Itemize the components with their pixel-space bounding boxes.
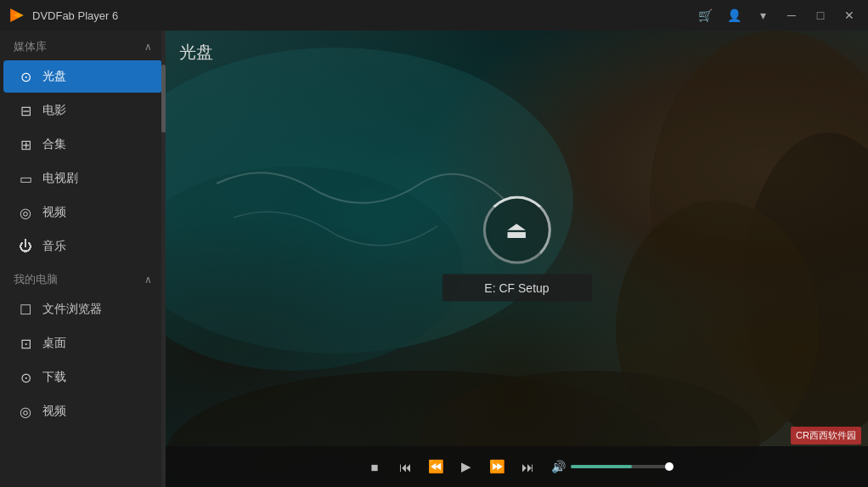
sidebar-item-desktop[interactable]: ⊡ 桌面 [3,327,162,360]
sidebar-item-filebrowser[interactable]: ☐ 文件浏览器 [3,293,162,326]
sidebar-item-tvshow[interactable]: ▭ 电视剧 [3,162,162,195]
sidebar-label-movie: 电影 [42,103,66,118]
media-library-chevron-icon: ∧ [144,41,152,53]
filebrowser-icon: ☐ [17,301,34,318]
sidebar-item-collection[interactable]: ⊞ 合集 [3,128,162,161]
volume-thumb [665,462,674,471]
fast-forward-button[interactable]: ⏩ [483,453,510,480]
media-library-header[interactable]: 媒体库 ∧ [0,31,166,59]
volume-fill [571,465,632,468]
rewind-icon: ⏪ [428,459,444,474]
app-logo-icon [7,6,25,25]
prev-track-button[interactable]: ⏮ [392,453,419,480]
fast-forward-icon: ⏩ [489,459,505,474]
play-icon: ▶ [461,459,471,474]
volume-slider[interactable] [571,465,673,468]
volume-control: 🔊 [551,460,673,473]
sidebar-item-video2[interactable]: ◎ 视频 [3,395,162,428]
sidebar-item-movie[interactable]: ⊟ 电影 [3,94,162,127]
desktop-icon: ⊡ [17,335,34,352]
video-icon: ◎ [17,204,34,221]
disc-eject-area: ⏏ E: CF Setup [442,195,591,301]
next-track-button[interactable]: ⏭ [514,453,541,480]
download-icon: ⊙ [17,369,34,386]
play-button[interactable]: ▶ [453,453,480,480]
page-title: 光盘 [179,41,213,64]
my-computer-header[interactable]: 我的电脑 ∧ [0,263,166,292]
stop-icon: ■ [370,460,378,474]
sidebar-label-video2: 视频 [42,404,66,419]
sidebar-label-video: 视频 [42,205,66,220]
sidebar-label-download: 下载 [42,370,66,385]
disc-icon: ⊙ [17,68,34,85]
media-library-label: 媒体库 [14,39,47,54]
main-layout: 媒体库 ∧ ⊙ 光盘 ⊟ 电影 ⊞ 合集 ▭ 电视剧 ◎ 视频 ⏻ 音乐 我的 [0,31,868,487]
app-title: DVDFab Player 6 [32,9,118,22]
sidebar-label-filebrowser: 文件浏览器 [42,302,102,317]
eject-icon: ⏏ [505,218,527,241]
sidebar-item-download[interactable]: ⊙ 下载 [3,361,162,394]
movie-icon: ⊟ [17,102,34,119]
sidebar: 媒体库 ∧ ⊙ 光盘 ⊟ 电影 ⊞ 合集 ▭ 电视剧 ◎ 视频 ⏻ 音乐 我的 [0,31,166,487]
sidebar-item-music[interactable]: ⏻ 音乐 [3,230,162,263]
rewind-button[interactable]: ⏪ [422,453,449,480]
title-bar-controls: 🛒 👤 ▾ ─ □ ✕ [693,6,861,25]
close-button[interactable]: ✕ [837,6,861,25]
next-track-icon: ⏭ [521,460,534,474]
sidebar-label-disc: 光盘 [42,69,66,84]
sidebar-label-desktop: 桌面 [42,336,66,351]
maximize-button[interactable]: □ [809,6,832,25]
volume-icon: 🔊 [551,460,566,473]
music-icon: ⏻ [17,238,34,255]
cart-button[interactable]: 🛒 [693,6,717,25]
my-computer-label: 我的电脑 [14,272,58,287]
minimize-button[interactable]: ─ [780,6,803,25]
stop-button[interactable]: ■ [361,453,388,480]
sidebar-item-disc[interactable]: ⊙ 光盘 [3,60,162,93]
sidebar-item-video[interactable]: ◎ 视频 [3,196,162,229]
playback-controls: ■ ⏮ ⏪ ▶ ⏩ ⏭ 🔊 [166,446,868,487]
collection-icon: ⊞ [17,136,34,153]
title-bar-left: DVDFab Player 6 [7,6,118,25]
sidebar-label-collection: 合集 [42,137,66,152]
tvshow-icon: ▭ [17,170,34,187]
eject-button[interactable]: ⏏ [482,195,550,263]
sidebar-label-music: 音乐 [42,239,66,254]
account-button[interactable]: 👤 [722,6,746,25]
sidebar-label-tvshow: 电视剧 [42,171,78,186]
title-bar: DVDFab Player 6 🛒 👤 ▾ ─ □ ✕ [0,0,868,31]
prev-track-icon: ⏮ [399,460,412,474]
watermark: CR西西软件园 [791,427,861,445]
dropdown-button[interactable]: ▾ [751,6,775,25]
video2-icon: ◎ [17,403,34,420]
disc-drive-label: E: CF Setup [442,274,591,301]
my-computer-chevron-icon: ∧ [144,274,152,286]
content-area: 光盘 ⏏ E: CF Setup CR西西软件园 ■ ⏮ ⏪ ▶ [166,31,868,487]
